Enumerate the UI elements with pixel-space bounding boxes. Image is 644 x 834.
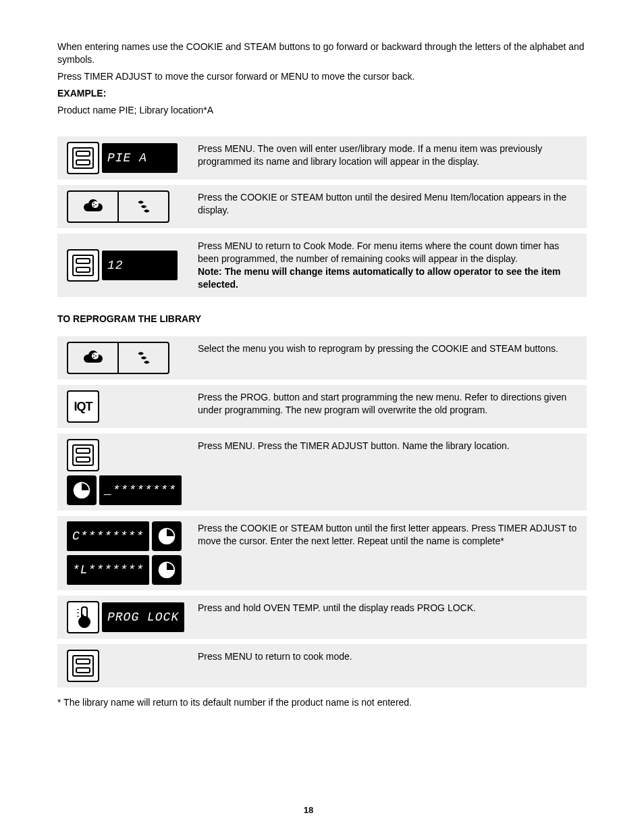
timer-adjust-icon <box>152 555 182 585</box>
step-b-3: C******** *L******* Press the COOKIE or … <box>57 516 587 590</box>
display-readout: _******** <box>99 475 182 505</box>
cookie-icon <box>84 199 103 214</box>
step-b-5: Press MENU to return to cook mode. <box>57 644 587 687</box>
steam-icon <box>135 349 153 367</box>
example-text: Product name PIE; Library location*A <box>57 104 587 117</box>
menu-button-icon <box>67 249 99 282</box>
step-b-1: IQT Press the PROG. button and start pro… <box>57 385 587 428</box>
step-b-2: _******** Press MENU. Press the TIMER AD… <box>57 434 587 511</box>
step-text: Select the menu you wish to reprogram by… <box>191 336 587 380</box>
display-readout: C******** <box>67 521 149 551</box>
menu-button-icon <box>67 439 99 471</box>
page-footer: 18 <box>0 805 644 815</box>
timer-adjust-icon <box>67 475 97 505</box>
step-b-4: PROG LOCK Press and hold OVEN TEMP. unti… <box>57 596 587 639</box>
step-text: Press MENU to return to Cook Mode. For m… <box>198 240 559 264</box>
oven-temp-icon <box>67 601 99 633</box>
display-readout: PIE A <box>102 143 178 173</box>
page-number: 18 <box>57 805 560 815</box>
cookie-icon <box>84 350 103 365</box>
step-text: Press the COOKIE or STEAM button until t… <box>191 516 587 590</box>
menu-button-icon <box>67 142 99 174</box>
step-note: Note: The menu will change items automat… <box>198 266 561 290</box>
section-heading-reprogram: TO REPROGRAM THE LIBRARY <box>57 313 587 324</box>
footnote-text: * The library name will return to its de… <box>57 697 587 708</box>
display-readout: 12 <box>102 251 178 280</box>
step-text: Press the PROG. button and start program… <box>191 385 587 428</box>
cookie-steam-button-icon <box>67 342 169 374</box>
steam-icon <box>135 198 153 215</box>
intro-p1: When entering names use the COOKIE and S… <box>57 41 587 66</box>
example-heading: EXAMPLE: <box>57 87 587 100</box>
intro-block: When entering names use the COOKIE and S… <box>57 41 587 116</box>
iqt-button-icon: IQT <box>67 390 99 423</box>
step-a-1: Press the COOKIE or STEAM button until t… <box>57 185 587 228</box>
step-text: Press and hold OVEN TEMP. until the disp… <box>191 596 587 639</box>
step-a-2: 12 Press MENU to return to Cook Mode. Fo… <box>57 234 587 297</box>
step-text: Press MENU. The oven will enter user/lib… <box>191 136 587 180</box>
timer-adjust-icon <box>152 521 182 551</box>
step-b-0: Select the menu you wish to reprogram by… <box>57 336 587 380</box>
menu-button-icon <box>67 650 99 682</box>
display-readout: *L******* <box>67 555 149 585</box>
step-text: Press MENU. Press the TIMER ADJUST butto… <box>191 434 587 511</box>
cookie-steam-button-icon <box>67 190 169 223</box>
step-text: Press MENU to return to cook mode. <box>191 644 587 687</box>
step-text: Press the COOKIE or STEAM button until t… <box>191 185 587 228</box>
intro-p2: Press TIMER ADJUST to move the cursor fo… <box>57 70 587 83</box>
display-readout: PROG LOCK <box>102 602 184 632</box>
step-a-0: PIE A Press MENU. The oven will enter us… <box>57 136 587 180</box>
